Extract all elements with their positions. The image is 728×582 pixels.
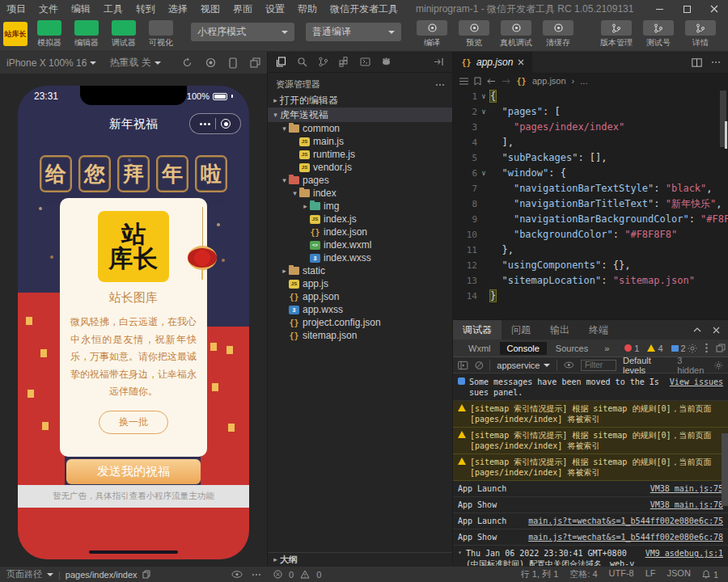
record-icon[interactable] xyxy=(205,57,216,68)
devtools-tab-console[interactable]: Console xyxy=(500,342,547,355)
file-tree-row[interactable]: index.wxss xyxy=(268,251,452,264)
panel-toggle-button[interactable]: 编辑器 xyxy=(68,20,105,48)
menu-item[interactable]: 视图 xyxy=(194,0,226,18)
devtools-tab-sources[interactable]: Sources xyxy=(548,342,595,355)
menu-item[interactable]: 工具 xyxy=(97,0,129,18)
code-area[interactable]: 1 ∨ { 2 ∨ "pages": [ 3 "pages/index/inde… xyxy=(453,89,728,304)
fold-icon[interactable] xyxy=(477,181,490,196)
split-editor-icon[interactable] xyxy=(692,58,702,67)
file-tree-row[interactable]: ▸ static xyxy=(268,264,452,277)
console-source-link[interactable]: VM38 main.js:75 xyxy=(650,483,723,494)
status-item[interactable]: JSON xyxy=(667,568,691,580)
breadcrumb-file[interactable]: app.json xyxy=(532,76,566,86)
console-sidebar-icon[interactable] xyxy=(458,361,468,370)
menu-item[interactable]: 帮助 xyxy=(291,0,324,18)
panel-toggle-button[interactable]: 可视化 xyxy=(142,20,180,48)
app-logo[interactable]: 站库长 xyxy=(3,22,28,46)
toolbar-right-button[interactable]: 版本管理 xyxy=(595,20,637,48)
send-blessing-button[interactable]: 发送我的祝福 xyxy=(66,459,201,484)
console-log-list[interactable]: Some messages have been moved to the Iss… xyxy=(453,374,728,566)
file-tree-row[interactable]: vendor.js xyxy=(268,161,452,174)
close-tab-icon[interactable] xyxy=(518,59,524,65)
file-tree-row[interactable]: index.json xyxy=(268,226,452,238)
console-row[interactable]: App Show main.js?t=wechat&s=1_b544ff002e… xyxy=(453,529,728,546)
fold-icon[interactable] xyxy=(477,135,490,150)
devtools-tab-wxml[interactable]: Wxml xyxy=(461,342,498,355)
file-tree-row[interactable]: index.js xyxy=(268,213,452,226)
file-tree-row[interactable]: ▾ index xyxy=(268,187,452,200)
settings-gear-icon[interactable] xyxy=(688,344,697,353)
menu-item[interactable]: 界面 xyxy=(226,0,259,18)
rotate-device-icon[interactable] xyxy=(229,57,237,69)
fold-icon[interactable] xyxy=(477,150,490,166)
capsule-menu[interactable] xyxy=(189,113,241,134)
mode-dropdown[interactable]: 小程序模式 xyxy=(191,23,294,41)
bookmark-icon[interactable] xyxy=(474,77,481,86)
minimize-button[interactable] xyxy=(645,0,673,18)
fold-icon[interactable] xyxy=(477,196,490,212)
editor-tab-appjson[interactable]: app.json xyxy=(453,52,533,73)
file-tree-row[interactable]: sitemap.json xyxy=(268,329,452,342)
file-tree-row[interactable]: index.wxml xyxy=(268,238,452,251)
maximize-button[interactable] xyxy=(673,0,700,18)
outline-list-icon[interactable] xyxy=(459,78,468,85)
console-settings-icon[interactable] xyxy=(714,361,723,370)
menu-item[interactable]: 转到 xyxy=(129,0,162,18)
files-icon[interactable] xyxy=(276,57,286,67)
console-row[interactable]: ▾ Thu Jan 06 2022 23:30:41 GMT+0800 (中国标… xyxy=(453,546,728,566)
menu-item[interactable]: 文件 xyxy=(32,0,65,18)
console-row[interactable]: Some messages have been moved to the Iss… xyxy=(453,374,728,401)
panel-toggle-button[interactable]: 模拟器 xyxy=(31,20,68,48)
menu-item[interactable]: 编辑 xyxy=(65,0,97,18)
menu-item[interactable]: 设置 xyxy=(259,0,291,18)
exit-icon[interactable] xyxy=(221,119,231,129)
more-tabs-icon[interactable]: » xyxy=(597,342,616,355)
toolbar-action-button[interactable]: 预览 xyxy=(453,20,495,48)
outline-section[interactable]: ▸ 大纲 xyxy=(268,552,452,566)
toolbar-right-button[interactable]: 测试号 xyxy=(637,20,679,48)
tab-output[interactable]: 输出 xyxy=(540,320,579,340)
fold-icon[interactable] xyxy=(477,289,490,304)
hot-reload-dropdown[interactable]: 热重载 关 xyxy=(109,56,160,70)
console-row[interactable]: App Launch VM38 main.js:75 xyxy=(453,481,728,497)
console-source-link[interactable]: VM38 main.js:78 xyxy=(650,500,723,510)
back-arrow-icon[interactable] xyxy=(487,78,496,85)
chevron-up-icon[interactable] xyxy=(693,327,701,332)
console-row[interactable]: [sitemap 索引情况提示] 根据 sitemap 的规则[0]，当前页面 … xyxy=(453,454,728,481)
breadcrumb-more[interactable]: ... xyxy=(580,76,587,86)
status-item[interactable]: 行 1, 列 1 xyxy=(521,568,558,580)
fold-icon[interactable] xyxy=(477,258,490,273)
console-source-link[interactable]: main.js?t=wechat&s=1_b544ff002e080e6c:78 xyxy=(528,532,723,542)
console-filter-input[interactable] xyxy=(581,360,616,371)
page-path-value[interactable]: pages/index/index xyxy=(66,570,138,580)
console-source-link[interactable]: main.js?t=wechat&s=1_b544ff002e080e6c:75 xyxy=(528,516,723,526)
file-tree-row[interactable]: app.wxss xyxy=(268,303,452,316)
console-source-link[interactable]: View issues xyxy=(670,377,723,387)
file-tree-row[interactable]: app.json xyxy=(268,290,452,303)
compile-mode-dropdown[interactable]: 普通编译 xyxy=(306,23,401,41)
status-item[interactable]: UTF-8 xyxy=(609,568,634,580)
status-item[interactable]: 空格: 4 xyxy=(569,568,597,580)
menu-item[interactable]: 选择 xyxy=(162,0,194,18)
file-tree-row[interactable]: ▾ common xyxy=(268,122,452,135)
fold-icon[interactable] xyxy=(477,212,490,227)
more-actions-icon[interactable] xyxy=(436,84,444,86)
console-row[interactable]: App Show VM38 main.js:78 xyxy=(453,497,728,513)
close-panel-icon[interactable] xyxy=(713,327,720,334)
copy-icon[interactable] xyxy=(142,570,150,579)
more-icon[interactable] xyxy=(200,123,210,125)
multi-window-icon[interactable] xyxy=(250,57,260,68)
file-tree-row[interactable]: project.config.json xyxy=(268,316,452,329)
tab-problems[interactable]: 问题 xyxy=(502,320,540,340)
problems-section[interactable]: 0 0 xyxy=(267,570,453,580)
npm-tool-icon[interactable] xyxy=(381,57,392,67)
more-actions-icon[interactable] xyxy=(252,574,260,576)
info-badge[interactable]: 2 xyxy=(671,344,686,353)
tab-terminal[interactable]: 终端 xyxy=(579,320,618,340)
file-tree-row[interactable]: ▾ pages xyxy=(268,174,452,187)
more-actions-icon[interactable] xyxy=(712,61,720,63)
console-source-link[interactable]: VM9 asdebug.js:1 xyxy=(645,548,723,559)
toolbar-action-button[interactable]: 真机调试 xyxy=(495,20,537,48)
menu-item[interactable]: 项目 xyxy=(0,0,32,18)
console-row[interactable]: [sitemap 索引情况提示] 根据 sitemap 的规则[0]，当前页面 … xyxy=(453,401,728,428)
